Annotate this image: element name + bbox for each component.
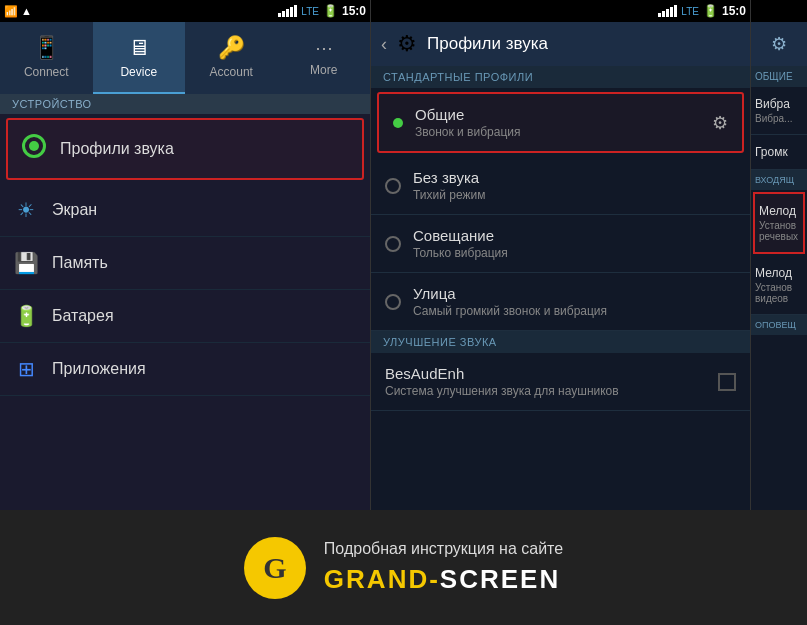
radio-selected-indicator xyxy=(393,118,403,128)
tab-account-label: Account xyxy=(210,65,253,79)
lte-icon: LTE xyxy=(301,6,319,17)
p3-volume-item[interactable]: Громк xyxy=(751,135,807,170)
enhancement-checkbox[interactable] xyxy=(718,373,736,391)
p3-melody1-sub: Установ речевых xyxy=(759,220,799,242)
more-icon: ⋯ xyxy=(315,37,333,59)
tab-device[interactable]: 🖥 Device xyxy=(93,22,186,94)
p3-vibra-item[interactable]: Вибра Вибра... xyxy=(751,87,807,135)
banner-line1: Подробная инструкция на сайте xyxy=(324,540,563,558)
tab-more-label: More xyxy=(310,63,337,77)
screen-icon: ☀ xyxy=(12,198,40,222)
sound-enhancement-label: УЛУЧШЕНИЕ ЗВУКА xyxy=(371,331,750,353)
main-panels: 📶 ▲ LTE 🔋 15:0 📱 Connect 🖥 Device xyxy=(0,0,807,510)
time-display-2: 15:0 xyxy=(722,4,746,18)
enhancement-name: BesAudEnh xyxy=(385,365,706,382)
menu-item-memory[interactable]: 💾 Память xyxy=(0,237,370,290)
menu-item-sound-profiles[interactable]: Профили звука xyxy=(6,118,364,180)
profile-silent-sub: Тихий режим xyxy=(413,188,736,202)
apps-icon: ⊞ xyxy=(12,357,40,381)
device-icon: 🖥 xyxy=(128,35,150,61)
p3-gear-icon: ⚙ xyxy=(771,33,787,55)
bottom-banner: G Подробная инструкция на сайте GRAND-SC… xyxy=(0,510,807,625)
tab-connect[interactable]: 📱 Connect xyxy=(0,22,93,94)
tab-connect-label: Connect xyxy=(24,65,69,79)
enhancement-sub: Система улучшения звука для наушников xyxy=(385,384,706,398)
menu-item-battery-label: Батарея xyxy=(52,307,114,325)
enhancement-text: BesAudEnh Система улучшения звука для на… xyxy=(385,365,706,398)
p3-melody1-title: Мелод xyxy=(759,204,799,218)
panel-device: 📶 ▲ LTE 🔋 15:0 📱 Connect 🖥 Device xyxy=(0,0,370,510)
panel-sound-profiles: LTE 🔋 15:0 ‹ ⚙ Профили звука СТАНДАРТНЫЕ… xyxy=(370,0,750,510)
radio-silent xyxy=(385,178,401,194)
p3-melody2-title: Мелод xyxy=(755,266,803,280)
memory-icon: 💾 xyxy=(12,251,40,275)
banner-line2: GRAND-SCREEN xyxy=(324,564,563,595)
battery-icon-2: 🔋 xyxy=(703,4,718,18)
banner-grand-prefix: GRAND- xyxy=(324,564,440,594)
device-section-label: УСТРОЙСТВО xyxy=(0,94,370,114)
profile-general[interactable]: Общие Звонок и вибрация ⚙ xyxy=(377,92,744,153)
p3-header: ⚙ xyxy=(751,22,807,66)
profile-street-sub: Самый громкий звонок и вибрация xyxy=(413,304,736,318)
sound-enhancement-item[interactable]: BesAudEnh Система улучшения звука для на… xyxy=(371,353,750,411)
menu-item-apps-label: Приложения xyxy=(52,360,146,378)
account-icon: 🔑 xyxy=(218,35,245,61)
radio-meeting xyxy=(385,236,401,252)
p3-vibra-sub: Вибра... xyxy=(755,113,803,124)
profile-street-name: Улица xyxy=(413,285,736,302)
time-display-1: 15:0 xyxy=(342,4,366,18)
profile-general-name: Общие xyxy=(415,106,700,123)
status-icons-left: 📶 ▲ xyxy=(4,5,32,18)
p3-melody2-item[interactable]: Мелод Установ видеов xyxy=(751,256,807,315)
profile-silent[interactable]: Без звука Тихий режим xyxy=(371,157,750,215)
standard-profiles-label: СТАНДАРТНЫЕ ПРОФИЛИ xyxy=(371,66,750,88)
p3-melody2-sub: Установ видеов xyxy=(755,282,803,304)
profile-meeting[interactable]: Совещание Только вибрация xyxy=(371,215,750,273)
sim-icon: 📶 xyxy=(4,5,18,18)
profile-general-text: Общие Звонок и вибрация xyxy=(415,106,700,139)
p3-volume-title: Громк xyxy=(755,145,803,159)
back-button[interactable]: ‹ xyxy=(381,34,387,55)
battery-icon: 🔋 xyxy=(323,4,338,18)
panel-general-settings: ⚙ ОБЩИЕ Вибра Вибра... Громк ВХОДЯЩ Мело… xyxy=(750,0,807,510)
signal-bars xyxy=(278,5,297,17)
profile-gear-icon[interactable]: ⚙ xyxy=(712,112,728,134)
menu-item-memory-label: Память xyxy=(52,254,108,272)
p3-melody1-item[interactable]: Мелод Установ речевых xyxy=(753,192,805,254)
profile-silent-name: Без звука xyxy=(413,169,736,186)
profile-meeting-name: Совещание xyxy=(413,227,736,244)
panel2-header: ‹ ⚙ Профили звука xyxy=(371,22,750,66)
tab-account[interactable]: 🔑 Account xyxy=(185,22,278,94)
menu-item-apps[interactable]: ⊞ Приложения xyxy=(0,343,370,396)
p3-notif-section: ОПОВЕЩ xyxy=(751,315,807,335)
banner-screen-suffix: SCREEN xyxy=(440,564,560,594)
menu-item-screen[interactable]: ☀ Экран xyxy=(0,184,370,237)
menu-item-battery[interactable]: 🔋 Батарея xyxy=(0,290,370,343)
p3-vibra-title: Вибра xyxy=(755,97,803,111)
menu-item-screen-label: Экран xyxy=(52,201,97,219)
p3-incoming-section: ВХОДЯЩ xyxy=(751,170,807,190)
p3-general-section: ОБЩИЕ xyxy=(751,66,807,87)
banner-text-block: Подробная инструкция на сайте GRAND-SCRE… xyxy=(324,540,563,595)
grand-logo: G xyxy=(244,537,306,599)
sound-profiles-icon xyxy=(20,134,48,164)
profile-meeting-text: Совещание Только вибрация xyxy=(413,227,736,260)
tab-more[interactable]: ⋯ More xyxy=(278,22,371,94)
profile-general-sub: Звонок и вибрация xyxy=(415,125,700,139)
profile-meeting-sub: Только вибрация xyxy=(413,246,736,260)
device-menu-list: Профили звука ☀ Экран 💾 Память 🔋 Батарея… xyxy=(0,114,370,510)
tab-bar: 📱 Connect 🖥 Device 🔑 Account ⋯ More xyxy=(0,22,370,94)
status-right: LTE 🔋 15:0 xyxy=(278,4,366,18)
status-bar-3 xyxy=(751,0,807,22)
connect-icon: 📱 xyxy=(33,35,60,61)
battery-menu-icon: 🔋 xyxy=(12,304,40,328)
gear-icon-title: ⚙ xyxy=(397,31,417,57)
status-bar-1: 📶 ▲ LTE 🔋 15:0 xyxy=(0,0,370,22)
profile-silent-text: Без звука Тихий режим xyxy=(413,169,736,202)
profile-street-text: Улица Самый громкий звонок и вибрация xyxy=(413,285,736,318)
signal-bars-2 xyxy=(658,5,677,17)
profile-street[interactable]: Улица Самый громкий звонок и вибрация xyxy=(371,273,750,331)
menu-item-sound-label: Профили звука xyxy=(60,140,174,158)
panel2-title: Профили звука xyxy=(427,34,548,54)
tab-device-label: Device xyxy=(120,65,157,79)
